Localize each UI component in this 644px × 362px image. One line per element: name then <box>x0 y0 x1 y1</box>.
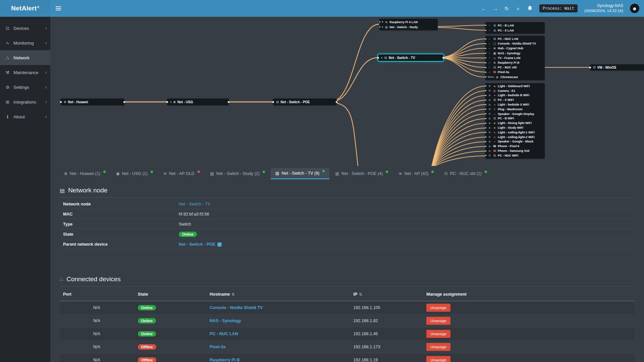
tree-device-light-ceiling-light-1-wifi[interactable]: ≋●Light - ceiling-light-1 WiFi <box>485 130 545 135</box>
forward-arrow-icon[interactable]: → <box>493 6 498 11</box>
sidebar-item-integrations[interactable]: ⊞Integrations‹ <box>0 95 50 109</box>
tree-device-pixel-3a[interactable]: ⌐☎Pixel-3a <box>485 70 545 74</box>
tree-device-net-switch-study[interactable]: 3▤Net - Switch - Study <box>379 24 438 29</box>
tree-device-raspberry-pi-b[interactable]: ⌐πRaspberry Pi B <box>485 60 545 65</box>
table-row-raspberry-pi-b: N/AOfflineRaspberry Pi B192.168.1.19Unas… <box>60 354 635 362</box>
tab-net-switch-poe-4[interactable]: ▤Net - Switch - POE (4) <box>330 168 393 179</box>
sidebar-item-devices[interactable]: ⊡Devices‹ <box>0 21 50 36</box>
app-logo[interactable]: NetAlertx <box>0 0 50 17</box>
tree-device-label: Speaker - Google - Black <box>498 140 533 143</box>
tree-device-light-bedside-b-wifi[interactable]: ≋●Light - bedside B WiFi <box>485 93 545 98</box>
external-link-icon[interactable]: ↗ <box>217 242 222 247</box>
tree-node-net-usg[interactable]: 3◉Net - USG <box>167 99 229 105</box>
tree-device-light-ceiling-light-2-wifi[interactable]: ≋●Light - ceiling-light-2 WiFi <box>485 135 545 139</box>
avatar[interactable]: ☻ <box>630 4 639 13</box>
tree-device-light-dining-light-wifi[interactable]: ≋●Light - Dining light WiFi <box>485 121 545 125</box>
switch-icon: ▤ <box>276 100 279 104</box>
tab-net-ap-42[interactable]: ≋Net - AP (42) <box>394 168 438 179</box>
tree-device-label: PC - NUC old <box>498 66 517 69</box>
cell-ip: 192.168.1.105 <box>350 301 423 314</box>
column-header-ip[interactable]: IP⇅ <box>350 288 423 301</box>
sidebar-item-about[interactable]: ℹAbout‹ <box>0 109 50 124</box>
unassign-button[interactable]: Unassign <box>426 304 450 312</box>
tree-device-hub-cygnet-hub[interactable]: ⌐⊛Hub - Cygnet Hub <box>485 46 545 51</box>
sidebar-item-maintenance[interactable]: ⚒Maintenance‹ <box>0 65 50 80</box>
sidebar-item-settings[interactable]: ⚙Settings‹ <box>0 80 50 95</box>
tab-pc-nuc-old-1[interactable]: ⊡PC - NUC old (1) <box>439 168 492 179</box>
hamburger-menu-icon[interactable] <box>50 0 66 17</box>
tree-node-label: Net - Switch - TV <box>389 56 415 60</box>
unassign-button[interactable]: Unassign <box>426 330 450 338</box>
node-link[interactable]: Net - Switch - TV <box>179 202 210 206</box>
tab-net-switch-tv-9[interactable]: ▤Net - Switch - TV (9) <box>271 168 329 179</box>
sitemap-icon: ∴ <box>60 276 63 283</box>
back-arrow-icon[interactable]: ← <box>481 6 486 11</box>
tree-device-light-bedside-s-wifi[interactable]: ≋●Light - bedside S WiFi <box>485 102 545 107</box>
tree-device-pc-nuc-old[interactable]: ⌐⊡PC - NUC old <box>485 65 545 70</box>
tree-device-tv-frame-lan[interactable]: ⌐▭TV - Frame LAN <box>485 56 545 60</box>
tree-device-speaker-google-black[interactable]: ≋♪Speaker - Google - Black <box>485 139 545 144</box>
unassign-button[interactable]: Unassign <box>426 317 450 325</box>
tree-node-net-switch-poe[interactable]: ▤Net - Switch - POE <box>273 99 337 105</box>
unassign-button[interactable]: Unassign <box>426 356 450 362</box>
tree-node-vm-winos[interactable]: ⊟VM - WinOS <box>590 64 644 70</box>
tab-net-huawei-1[interactable]: ⊕Net - Huawei (1) <box>59 168 110 179</box>
tree-device-phone-samsung-s10[interactable]: ≋☎Phone - Samsung S10 <box>485 148 545 153</box>
status-dot <box>322 170 325 172</box>
lan-icon: ⌐ <box>488 38 491 41</box>
tree-device-pc-s-wifi[interactable]: ≋⊡PC - S WiFi <box>485 98 545 102</box>
tree-device-pc-b-lan[interactable]: ⌐⊡PC - B LAN <box>485 23 545 28</box>
refresh-icon[interactable]: ↻ <box>504 6 509 11</box>
wifi-icon: ≋ <box>488 135 491 138</box>
tree-device-console-nvidia-shield-tv[interactable]: ⌐▢Console - Nvidia Shield TV <box>485 41 545 46</box>
bell-icon[interactable] <box>527 5 533 11</box>
tree-device-plug-washroom[interactable]: ≋⚡Plug - Washroom <box>485 107 545 112</box>
tab-net-usg-1[interactable]: ◉Net - USG (1) <box>111 168 158 179</box>
tree-device-label: NAS - Synology <box>498 52 521 55</box>
tree-device-pc-s-lan[interactable]: ⌐⊡PC - S LAN <box>485 28 545 33</box>
sidebar-item-monitoring[interactable]: ∿Monitoring‹ <box>0 36 50 50</box>
tree-device-phone-pixel-6[interactable]: ≋☎Phone - Pixel 6 <box>485 144 545 148</box>
parent-node-link[interactable]: Net - Switch - POE <box>179 242 215 247</box>
column-header-hostname[interactable]: Hostname⇅ <box>206 288 350 301</box>
move-icon[interactable]: ↔ ↕ <box>516 6 521 11</box>
sidebar-item-network[interactable]: ∴Network <box>0 50 50 65</box>
status-dot <box>151 171 153 173</box>
tree-device-pc-nuc-lan[interactable]: ⌐⊡PC - NUC LAN <box>485 37 545 41</box>
tree-device-chromecast[interactable]: None◍Chromecast <box>485 75 545 79</box>
hostname-link[interactable]: Console - Nvidia Shield TV <box>210 305 263 310</box>
tree-node-label: VM - WinOS <box>597 66 616 69</box>
pc-icon: ⊡ <box>493 98 496 102</box>
tree-device-pc-nuc-wifi[interactable]: ≋⊡PC - NUC WiFi <box>485 153 545 158</box>
tab-net-ap-old[interactable]: ≋Net - AP OLD <box>159 168 205 179</box>
lan-icon: ⌐ <box>488 52 491 55</box>
hostname-link[interactable]: PC - NUC LAN <box>210 331 238 336</box>
pi-icon: π <box>384 20 388 24</box>
hostname-link[interactable]: NAS - Synology <box>210 318 241 323</box>
tree-device-light-study-wifi[interactable]: ≋●Light - Study WiFi <box>485 125 545 130</box>
hostname-link[interactable]: Raspberry Pi B <box>210 358 240 362</box>
network-node-section: ▤ Network node Network nodeNet - Switch … <box>60 187 635 249</box>
tree-node-net-huawei[interactable]: ⊕Net - Huawei <box>61 99 124 105</box>
tree-node-net-switch-tv[interactable]: 4▤Net - Switch - TV <box>378 54 443 61</box>
tree-device-nas-synology[interactable]: ⌐▦NAS - Synology <box>485 51 545 56</box>
tree-device-pc-b-wifi[interactable]: ≋⊡PC - B WiFi <box>485 116 545 121</box>
tree-device-raspberry-pi-4-lan[interactable]: 5πRaspberry Pi 4 LAN <box>379 19 438 24</box>
tree-device-label: Net - Switch - Study <box>389 25 418 29</box>
tree-device-light-sideboard-wifi[interactable]: ≋●Light - Sideboard WiFi <box>485 84 545 88</box>
tree-device-label: PC - B LAN <box>498 24 514 27</box>
tree-device-camera-e1[interactable]: ≋◎Camera - E1 <box>485 88 545 93</box>
sort-icon[interactable]: ⇅ <box>232 292 235 296</box>
table-row-nas-synology: N/AOnlineNAS - Synology192.168.1.82Unass… <box>60 314 635 327</box>
sort-icon[interactable]: ⇅ <box>359 292 362 296</box>
hostname-link[interactable]: Pixel-3a <box>210 345 225 349</box>
tab-net-switch-study-2[interactable]: ▤Net - Switch - Study (2) <box>206 168 270 179</box>
wifi-icon: ≋ <box>488 108 491 111</box>
cell-port: N/A <box>60 341 135 354</box>
wifi-icon: ≋ <box>488 89 491 92</box>
cell-port: N/A <box>60 327 135 341</box>
tree-device-speaker-google-display[interactable]: ≋♪Speaker - Google Display <box>485 112 545 116</box>
section-title-connected-devices: ∴ Connected devices <box>60 276 635 283</box>
unassign-button[interactable]: Unassign <box>426 343 450 351</box>
pc-icon: ⊡ <box>493 117 496 120</box>
